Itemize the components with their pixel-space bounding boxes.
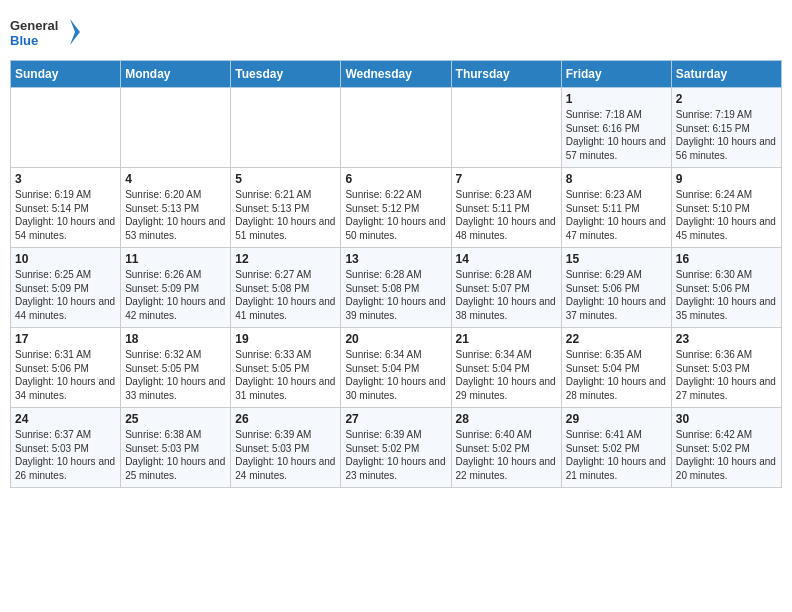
header-day-tuesday: Tuesday (231, 61, 341, 88)
day-number: 3 (15, 172, 116, 186)
day-info: Sunrise: 6:29 AM Sunset: 5:06 PM Dayligh… (566, 268, 667, 322)
day-cell: 26Sunrise: 6:39 AM Sunset: 5:03 PM Dayli… (231, 408, 341, 488)
day-number: 9 (676, 172, 777, 186)
day-info: Sunrise: 6:26 AM Sunset: 5:09 PM Dayligh… (125, 268, 226, 322)
day-info: Sunrise: 6:22 AM Sunset: 5:12 PM Dayligh… (345, 188, 446, 242)
day-number: 15 (566, 252, 667, 266)
day-number: 19 (235, 332, 336, 346)
day-cell: 16Sunrise: 6:30 AM Sunset: 5:06 PM Dayli… (671, 248, 781, 328)
day-info: Sunrise: 6:19 AM Sunset: 5:14 PM Dayligh… (15, 188, 116, 242)
day-number: 13 (345, 252, 446, 266)
logo-svg: General Blue (10, 14, 80, 54)
day-cell: 3Sunrise: 6:19 AM Sunset: 5:14 PM Daylig… (11, 168, 121, 248)
header-day-friday: Friday (561, 61, 671, 88)
day-number: 26 (235, 412, 336, 426)
day-cell: 5Sunrise: 6:21 AM Sunset: 5:13 PM Daylig… (231, 168, 341, 248)
day-info: Sunrise: 6:41 AM Sunset: 5:02 PM Dayligh… (566, 428, 667, 482)
day-number: 24 (15, 412, 116, 426)
day-info: Sunrise: 6:23 AM Sunset: 5:11 PM Dayligh… (456, 188, 557, 242)
day-info: Sunrise: 6:21 AM Sunset: 5:13 PM Dayligh… (235, 188, 336, 242)
day-cell: 13Sunrise: 6:28 AM Sunset: 5:08 PM Dayli… (341, 248, 451, 328)
day-cell: 30Sunrise: 6:42 AM Sunset: 5:02 PM Dayli… (671, 408, 781, 488)
day-cell: 29Sunrise: 6:41 AM Sunset: 5:02 PM Dayli… (561, 408, 671, 488)
day-info: Sunrise: 6:35 AM Sunset: 5:04 PM Dayligh… (566, 348, 667, 402)
day-number: 21 (456, 332, 557, 346)
header-day-wednesday: Wednesday (341, 61, 451, 88)
day-info: Sunrise: 6:32 AM Sunset: 5:05 PM Dayligh… (125, 348, 226, 402)
day-cell: 8Sunrise: 6:23 AM Sunset: 5:11 PM Daylig… (561, 168, 671, 248)
svg-marker-2 (70, 19, 80, 45)
day-number: 28 (456, 412, 557, 426)
day-number: 11 (125, 252, 226, 266)
day-cell (231, 88, 341, 168)
day-number: 20 (345, 332, 446, 346)
day-number: 8 (566, 172, 667, 186)
week-row-3: 17Sunrise: 6:31 AM Sunset: 5:06 PM Dayli… (11, 328, 782, 408)
day-number: 17 (15, 332, 116, 346)
day-info: Sunrise: 6:34 AM Sunset: 5:04 PM Dayligh… (456, 348, 557, 402)
day-cell: 19Sunrise: 6:33 AM Sunset: 5:05 PM Dayli… (231, 328, 341, 408)
header-day-sunday: Sunday (11, 61, 121, 88)
day-cell (121, 88, 231, 168)
day-cell: 11Sunrise: 6:26 AM Sunset: 5:09 PM Dayli… (121, 248, 231, 328)
calendar-table: SundayMondayTuesdayWednesdayThursdayFrid… (10, 60, 782, 488)
day-number: 29 (566, 412, 667, 426)
day-info: Sunrise: 6:24 AM Sunset: 5:10 PM Dayligh… (676, 188, 777, 242)
day-cell: 20Sunrise: 6:34 AM Sunset: 5:04 PM Dayli… (341, 328, 451, 408)
day-cell: 12Sunrise: 6:27 AM Sunset: 5:08 PM Dayli… (231, 248, 341, 328)
day-number: 18 (125, 332, 226, 346)
day-number: 6 (345, 172, 446, 186)
day-number: 25 (125, 412, 226, 426)
day-info: Sunrise: 6:38 AM Sunset: 5:03 PM Dayligh… (125, 428, 226, 482)
day-cell: 10Sunrise: 6:25 AM Sunset: 5:09 PM Dayli… (11, 248, 121, 328)
day-number: 7 (456, 172, 557, 186)
day-info: Sunrise: 6:36 AM Sunset: 5:03 PM Dayligh… (676, 348, 777, 402)
header-day-monday: Monday (121, 61, 231, 88)
week-row-2: 10Sunrise: 6:25 AM Sunset: 5:09 PM Dayli… (11, 248, 782, 328)
day-cell: 2Sunrise: 7:19 AM Sunset: 6:15 PM Daylig… (671, 88, 781, 168)
day-number: 30 (676, 412, 777, 426)
day-info: Sunrise: 6:42 AM Sunset: 5:02 PM Dayligh… (676, 428, 777, 482)
svg-text:General: General (10, 18, 58, 33)
day-info: Sunrise: 6:28 AM Sunset: 5:08 PM Dayligh… (345, 268, 446, 322)
day-info: Sunrise: 6:37 AM Sunset: 5:03 PM Dayligh… (15, 428, 116, 482)
day-cell: 4Sunrise: 6:20 AM Sunset: 5:13 PM Daylig… (121, 168, 231, 248)
logo: General Blue (10, 14, 80, 54)
day-cell (341, 88, 451, 168)
week-row-0: 1Sunrise: 7:18 AM Sunset: 6:16 PM Daylig… (11, 88, 782, 168)
day-cell: 21Sunrise: 6:34 AM Sunset: 5:04 PM Dayli… (451, 328, 561, 408)
day-number: 5 (235, 172, 336, 186)
day-number: 14 (456, 252, 557, 266)
day-cell: 6Sunrise: 6:22 AM Sunset: 5:12 PM Daylig… (341, 168, 451, 248)
day-info: Sunrise: 6:28 AM Sunset: 5:07 PM Dayligh… (456, 268, 557, 322)
day-number: 27 (345, 412, 446, 426)
day-cell: 23Sunrise: 6:36 AM Sunset: 5:03 PM Dayli… (671, 328, 781, 408)
day-info: Sunrise: 7:19 AM Sunset: 6:15 PM Dayligh… (676, 108, 777, 162)
day-cell (451, 88, 561, 168)
day-number: 22 (566, 332, 667, 346)
day-number: 1 (566, 92, 667, 106)
calendar-header: SundayMondayTuesdayWednesdayThursdayFrid… (11, 61, 782, 88)
day-cell: 1Sunrise: 7:18 AM Sunset: 6:16 PM Daylig… (561, 88, 671, 168)
day-cell: 28Sunrise: 6:40 AM Sunset: 5:02 PM Dayli… (451, 408, 561, 488)
day-cell: 27Sunrise: 6:39 AM Sunset: 5:02 PM Dayli… (341, 408, 451, 488)
day-info: Sunrise: 6:39 AM Sunset: 5:03 PM Dayligh… (235, 428, 336, 482)
header-day-thursday: Thursday (451, 61, 561, 88)
day-info: Sunrise: 6:27 AM Sunset: 5:08 PM Dayligh… (235, 268, 336, 322)
day-info: Sunrise: 6:34 AM Sunset: 5:04 PM Dayligh… (345, 348, 446, 402)
day-info: Sunrise: 6:23 AM Sunset: 5:11 PM Dayligh… (566, 188, 667, 242)
day-number: 16 (676, 252, 777, 266)
svg-text:Blue: Blue (10, 33, 38, 48)
day-cell: 18Sunrise: 6:32 AM Sunset: 5:05 PM Dayli… (121, 328, 231, 408)
day-number: 4 (125, 172, 226, 186)
day-cell: 14Sunrise: 6:28 AM Sunset: 5:07 PM Dayli… (451, 248, 561, 328)
day-number: 23 (676, 332, 777, 346)
page-header: General Blue (10, 10, 782, 54)
day-cell (11, 88, 121, 168)
day-number: 2 (676, 92, 777, 106)
day-info: Sunrise: 6:25 AM Sunset: 5:09 PM Dayligh… (15, 268, 116, 322)
week-row-1: 3Sunrise: 6:19 AM Sunset: 5:14 PM Daylig… (11, 168, 782, 248)
week-row-4: 24Sunrise: 6:37 AM Sunset: 5:03 PM Dayli… (11, 408, 782, 488)
day-info: Sunrise: 6:31 AM Sunset: 5:06 PM Dayligh… (15, 348, 116, 402)
day-number: 12 (235, 252, 336, 266)
